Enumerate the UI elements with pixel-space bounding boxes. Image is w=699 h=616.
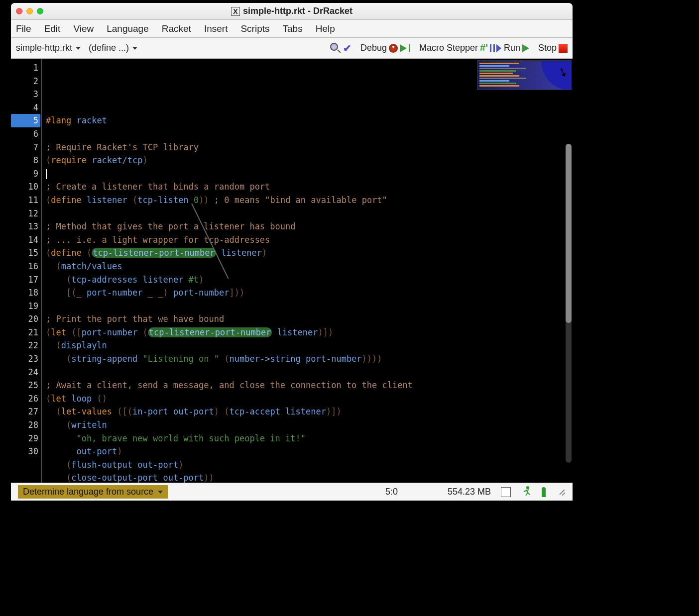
line-number: 6	[11, 127, 38, 141]
line-number: 3	[11, 88, 38, 101]
scrollbar-thumb[interactable]	[566, 144, 572, 323]
line-number: 29	[11, 432, 38, 445]
debug-button[interactable]: Debug	[360, 43, 410, 53]
code-line[interactable]: "oh, brave new world with such people in…	[46, 432, 569, 445]
define-dropdown[interactable]: (define ...)	[89, 43, 137, 53]
run-button[interactable]: Run	[504, 43, 529, 53]
line-number: 15	[11, 246, 38, 260]
hash-icon: #'	[480, 42, 488, 54]
resize-grip-icon[interactable]	[556, 487, 566, 497]
language-selector[interactable]: Determine language from source	[18, 485, 168, 499]
text-cursor	[46, 169, 47, 179]
code-line[interactable]: (let-values ([(in-port out-port) (tcp-ac…	[46, 405, 569, 418]
code-line[interactable]: (tcp-addresses listener #t)	[46, 273, 569, 287]
code-line[interactable]: (displayln	[46, 339, 569, 352]
line-number: 12	[11, 207, 38, 220]
run-label: Run	[504, 43, 520, 53]
code-line[interactable]: ; Print the port that we have bound	[46, 312, 569, 326]
menu-racket[interactable]: Racket	[162, 23, 191, 34]
code-line[interactable]: (writeln	[46, 418, 569, 432]
menu-scripts[interactable]: Scripts	[240, 23, 269, 34]
code-line[interactable]	[46, 167, 569, 181]
menu-language[interactable]: Language	[107, 23, 149, 34]
chevron-down-icon	[158, 491, 163, 494]
line-number: 2	[11, 75, 38, 88]
check-icon: ✔	[343, 42, 351, 54]
line-number: 23	[11, 352, 38, 366]
code-line[interactable]: (define (tcp-listener-port-number listen…	[46, 246, 569, 260]
code-line[interactable]: out-port)	[46, 445, 569, 458]
toolbar: simple-http.rkt (define ...) ✔ Debug Mac…	[11, 38, 573, 59]
code-line[interactable]: (let loop ()	[46, 392, 569, 406]
menu-tabs[interactable]: Tabs	[283, 23, 303, 34]
code-line[interactable]: (let ([port-number (tcp-listener-port-nu…	[46, 326, 569, 339]
stop-label: Stop	[538, 43, 557, 53]
line-number: 14	[11, 233, 38, 247]
minimap[interactable]: ➘	[477, 60, 572, 90]
code-line[interactable]	[46, 366, 569, 379]
menubar: FileEditViewLanguageRacketInsertScriptsT…	[11, 20, 573, 38]
window-title: X simple-http.rkt - DrRacket	[11, 6, 573, 16]
line-number: 17	[11, 273, 38, 287]
code-line[interactable]: (require racket/tcp)	[46, 154, 569, 167]
check-syntax-button[interactable]: ✔	[330, 42, 351, 54]
line-number: 9	[11, 167, 38, 181]
line-number: 18	[11, 286, 38, 300]
line-number: 26	[11, 392, 38, 406]
code-line[interactable]: (close-output-port out-port))	[46, 471, 569, 483]
line-number: 7	[11, 141, 38, 154]
vertical-scrollbar[interactable]	[566, 144, 572, 463]
chevron-down-icon	[76, 47, 81, 50]
signal-icon	[542, 487, 546, 497]
bar-icon	[409, 44, 410, 52]
menu-insert[interactable]: Insert	[204, 23, 228, 34]
statusbar: Determine language from source 5:0 554.2…	[11, 483, 573, 501]
line-number: 4	[11, 101, 38, 114]
stop-button[interactable]: Stop	[538, 43, 568, 53]
step-icon	[490, 44, 495, 52]
menu-file[interactable]: File	[16, 23, 31, 34]
file-dropdown[interactable]: simple-http.rkt	[16, 43, 81, 53]
line-number: 20	[11, 312, 38, 326]
code-line[interactable]	[46, 127, 569, 141]
code-line[interactable]: (flush-output out-port)	[46, 458, 569, 472]
file-dropdown-label: simple-http.rkt	[16, 43, 72, 53]
play-icon	[400, 44, 407, 52]
code-line[interactable]	[46, 300, 569, 313]
code-line[interactable]	[46, 207, 569, 220]
editor: 1234567891011121314151617181920212223242…	[11, 59, 573, 483]
running-man-icon[interactable]	[521, 486, 532, 499]
titlebar[interactable]: X simple-http.rkt - DrRacket	[11, 3, 573, 20]
code-line[interactable]: ; ... i.e. a light wrapper for tcp-addre…	[46, 233, 569, 247]
line-number: 8	[11, 154, 38, 167]
line-number: 5	[11, 114, 40, 127]
line-number: 21	[11, 326, 38, 339]
magnify-icon	[330, 43, 341, 54]
menu-edit[interactable]: Edit	[44, 23, 61, 34]
code-line[interactable]: [(_ port-number _ _) port-number]))	[46, 286, 569, 300]
menu-help[interactable]: Help	[316, 23, 335, 34]
code-line[interactable]: (define listener (tcp-listen 0)) ; 0 mea…	[46, 194, 569, 207]
app-icon: X	[231, 7, 240, 16]
code-area[interactable]: ➘ #lang racket ; Require Racket's TCP li…	[42, 59, 573, 483]
menu-view[interactable]: View	[73, 23, 94, 34]
code-line[interactable]: (match/values	[46, 260, 569, 273]
code-line[interactable]: ; Require Racket's TCP library	[46, 141, 569, 154]
code-line[interactable]: #lang racket	[46, 114, 569, 127]
code-line[interactable]: ; Create a listener that binds a random …	[46, 180, 569, 194]
line-number: 16	[11, 260, 38, 273]
play-icon	[522, 44, 529, 52]
gc-indicator[interactable]	[501, 487, 511, 497]
bug-icon	[389, 44, 398, 53]
code-line[interactable]: (string-append "Listening on " (number->…	[46, 352, 569, 366]
line-number: 11	[11, 194, 38, 207]
language-label: Determine language from source	[23, 487, 153, 497]
stop-icon	[559, 44, 568, 53]
code-line[interactable]: ; Await a client, send a message, and cl…	[46, 379, 569, 392]
title-text: simple-http.rkt - DrRacket	[243, 6, 352, 16]
svg-point-0	[526, 486, 529, 489]
line-number: 27	[11, 405, 38, 418]
code-line[interactable]: ; Method that gives the port a listener …	[46, 220, 569, 233]
debug-label: Debug	[360, 43, 387, 53]
macro-stepper-button[interactable]: Macro Stepper #'	[419, 42, 495, 54]
